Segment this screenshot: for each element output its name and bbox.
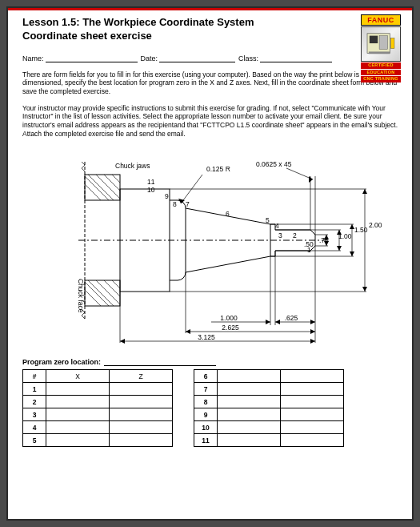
cell-x-9[interactable] — [218, 408, 281, 421]
lbl-pt2: 2 — [293, 231, 297, 239]
th-z-l: Z — [110, 370, 173, 383]
svg-marker-62 — [362, 189, 367, 194]
cell-z-8[interactable] — [281, 396, 344, 408]
cell-z-9[interactable] — [281, 408, 344, 421]
cell-x-1[interactable] — [46, 383, 110, 396]
svg-rect-4 — [390, 38, 394, 48]
lbl-pt5: 5 — [266, 216, 270, 224]
class-label: Class: — [238, 54, 260, 62]
svg-line-16 — [96, 280, 120, 304]
svg-line-11 — [104, 175, 120, 191]
cell-z-5[interactable] — [110, 434, 173, 447]
svg-line-9 — [88, 175, 114, 200]
lbl-1-50: 1.50 — [354, 226, 368, 234]
cell-x-3[interactable] — [46, 408, 110, 421]
cell-x-10[interactable] — [218, 421, 281, 434]
header-fields: Name: Date: Class: — [22, 53, 398, 62]
lbl-pt4: 4 — [275, 222, 279, 230]
lbl-0-625: .625 — [284, 314, 298, 322]
svg-marker-75 — [120, 339, 125, 344]
instructions-p2: Your instructor may provide specific ins… — [22, 104, 398, 139]
svg-rect-2 — [379, 36, 387, 50]
lbl-chuck-jaws: Chuck jaws — [115, 162, 150, 170]
svg-line-32 — [310, 230, 315, 235]
svg-marker-76 — [310, 339, 315, 344]
lesson-title-2: Coordinate sheet exercise — [22, 30, 398, 43]
top-red-strip — [8, 8, 412, 10]
svg-line-17 — [104, 280, 120, 296]
program-zero-row: Program zero location: — [22, 357, 398, 366]
cell-z-6[interactable] — [281, 370, 344, 383]
program-zero-label: Program zero location: — [22, 358, 101, 366]
name-input-line[interactable] — [46, 53, 138, 62]
cell-x-11[interactable] — [218, 434, 281, 447]
cert-line2: EDUCATION — [361, 70, 401, 76]
svg-marker-72 — [310, 320, 315, 324]
cell-x-2[interactable] — [46, 396, 110, 408]
lbl-pt8: 8 — [173, 200, 177, 208]
row-r-11: 11 — [194, 434, 218, 447]
row-l-3: 3 — [23, 408, 46, 421]
cert-line1: CERTIFIED — [361, 62, 401, 69]
lbl-chamfer: 0.0625 x 45 — [256, 160, 292, 168]
program-zero-input-line[interactable] — [104, 357, 216, 366]
svg-line-7 — [85, 184, 101, 200]
lesson-title-1: Lesson 1.5: The Workpiece Coordinate Sys… — [22, 16, 398, 30]
class-input-line[interactable] — [260, 53, 332, 62]
svg-line-14 — [85, 282, 109, 306]
cell-z-3[interactable] — [110, 408, 173, 421]
svg-marker-74 — [310, 329, 315, 334]
lbl-pt11: 11 — [147, 178, 155, 186]
svg-marker-63 — [362, 287, 367, 292]
lbl-radius: 0.125 R — [206, 165, 230, 173]
worksheet-page: FANUC CERTIFIED EDUCATION CNC TRAINING L… — [8, 8, 412, 519]
coord-tables: # X Z 1 2 3 4 5 6 7 8 9 10 11 — [22, 369, 398, 447]
svg-rect-6 — [85, 280, 120, 306]
row-r-8: 8 — [194, 396, 218, 408]
svg-line-24 — [186, 256, 270, 272]
cell-x-8[interactable] — [218, 396, 281, 408]
cell-z-7[interactable] — [281, 383, 344, 396]
svg-marker-71 — [275, 320, 280, 324]
coord-table-right: 6 7 8 9 10 11 — [194, 369, 344, 447]
svg-line-12 — [112, 175, 120, 183]
cell-x-4[interactable] — [46, 421, 110, 434]
svg-line-8 — [85, 176, 109, 200]
svg-line-18 — [112, 280, 120, 288]
svg-rect-5 — [85, 175, 120, 200]
cell-z-4[interactable] — [110, 421, 173, 434]
lbl-pt7: 7 — [186, 200, 190, 208]
cert-line3: CNC TRAINING — [361, 76, 401, 82]
cell-z-10[interactable] — [281, 421, 344, 434]
cell-z-1[interactable] — [110, 383, 173, 396]
lbl-1-00: 1.00 — [338, 232, 352, 240]
cell-z-11[interactable] — [281, 434, 344, 447]
lbl-0-75: .75 — [319, 236, 329, 244]
fanuc-brand-label: FANUC — [361, 14, 401, 26]
lbl-pt10: 10 — [147, 186, 155, 194]
name-label: Name: — [22, 54, 46, 62]
cell-z-2[interactable] — [110, 396, 173, 408]
cell-x-7[interactable] — [218, 383, 281, 396]
lbl-pt9: 9 — [165, 192, 169, 200]
svg-line-10 — [96, 175, 120, 199]
row-l-5: 5 — [23, 434, 46, 447]
cell-x-5[interactable] — [46, 434, 110, 447]
th-x-l: X — [46, 370, 110, 383]
lbl-pt6: 6 — [226, 210, 230, 218]
lbl-2-00: 2.00 — [369, 221, 382, 229]
row-r-9: 9 — [194, 408, 218, 421]
cell-x-6[interactable] — [218, 370, 281, 383]
lbl-2-625: 2.625 — [222, 324, 239, 332]
row-l-1: 1 — [23, 383, 46, 396]
lbl-chuck-face: Chuck face — [77, 279, 85, 313]
row-l-2: 2 — [23, 396, 46, 408]
lbl-pt1: 1 — [307, 246, 311, 254]
fanuc-logo-block: FANUC CERTIFIED EDUCATION CNC TRAINING — [361, 14, 401, 82]
coord-table-left: # X Z 1 2 3 4 5 — [22, 369, 173, 447]
date-input-line[interactable] — [159, 53, 235, 62]
lbl-3-125: 3.125 — [198, 333, 215, 341]
svg-marker-73 — [186, 329, 190, 334]
svg-marker-70 — [266, 320, 270, 324]
svg-marker-67 — [337, 246, 342, 251]
